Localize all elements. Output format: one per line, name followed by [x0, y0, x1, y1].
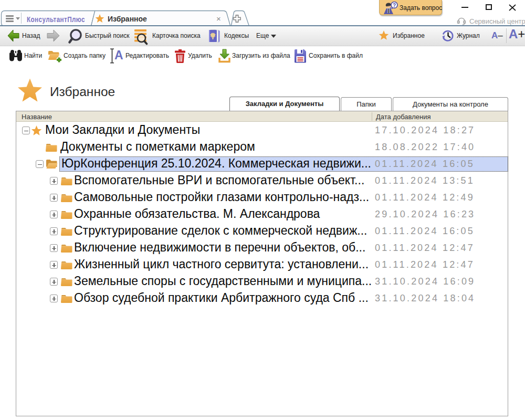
svg-text:?: ?: [393, 3, 396, 8]
